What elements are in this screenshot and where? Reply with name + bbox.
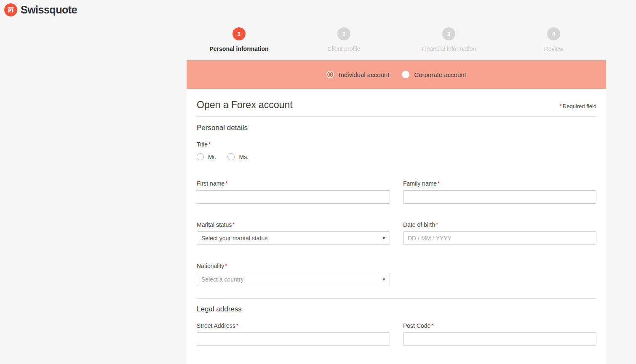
marital-status-field: Marital status* Select your marital stat… (197, 221, 390, 245)
personal-details-heading: Personal details (197, 124, 596, 132)
date-of-birth-field: Date of birth* (403, 221, 596, 245)
marital-status-selected-value: Select your marital status (201, 235, 267, 242)
required-asterisk: * (560, 103, 562, 109)
post-code-label: Post Code* (403, 322, 596, 329)
title-field: Title* Mr. Ms. (197, 141, 596, 160)
brand-name: Swissquote (21, 4, 77, 16)
required-note-text: Required field (563, 103, 596, 109)
first-name-label: First name* (197, 180, 390, 187)
brand-logo[interactable]: Swissquote (4, 3, 77, 16)
title-radio-group: Mr. Ms. (197, 153, 596, 160)
main-column: 1 Personal information 2 Client profile … (187, 19, 606, 364)
radio-unselected-icon (197, 153, 204, 160)
street-address-input[interactable] (197, 332, 390, 346)
step-number-badge: 1 (232, 27, 246, 40)
marital-status-label: Marital status* (197, 221, 390, 228)
section-divider (197, 298, 596, 299)
title-label: Title* (197, 141, 596, 148)
first-name-input[interactable] (197, 190, 390, 204)
family-name-label: Family name* (403, 180, 596, 187)
family-name-input[interactable] (403, 190, 596, 204)
required-asterisk: * (436, 222, 438, 228)
title-mr-radio[interactable]: Mr. (197, 153, 216, 160)
dropdown-arrow-icon: ▼ (382, 236, 386, 240)
individual-account-radio[interactable]: Individual account (326, 71, 389, 78)
step-label: Review (544, 45, 564, 52)
step-label: Client profile (328, 45, 361, 52)
nationality-label: Nationality* (197, 263, 390, 269)
street-address-field: Street Address* (197, 322, 390, 346)
required-asterisk: * (431, 323, 433, 329)
title-divider (197, 116, 596, 117)
date-of-birth-input[interactable] (403, 231, 596, 245)
step-client-profile[interactable]: 2 Client profile (291, 27, 396, 60)
post-code-field: Post Code* (403, 322, 596, 346)
step-label: Financial information (422, 45, 476, 52)
required-field-note: *Required field (559, 103, 596, 109)
step-number-badge: 4 (547, 27, 560, 40)
required-asterisk: * (208, 141, 211, 147)
step-number-badge: 3 (442, 27, 455, 40)
marital-status-select[interactable]: Select your marital status ▼ (197, 231, 390, 245)
stepper: 1 Personal information 2 Client profile … (187, 19, 606, 60)
date-of-birth-label: Date of birth* (403, 221, 596, 228)
required-asterisk: * (232, 222, 235, 228)
legal-address-heading: Legal address (197, 305, 596, 314)
corporate-account-radio[interactable]: Corporate account (402, 71, 466, 78)
radio-unselected-icon (227, 153, 235, 160)
family-name-field: Family name* (403, 180, 596, 204)
nationality-field: Nationality* Select a country ▼ (197, 263, 390, 286)
radio-selected-icon (326, 71, 334, 78)
step-review[interactable]: 4 Review (501, 27, 606, 60)
first-name-field: First name* (197, 180, 390, 204)
dropdown-arrow-icon: ▼ (382, 278, 386, 282)
radio-unselected-icon (402, 71, 409, 78)
street-address-label: Street Address* (197, 322, 390, 329)
step-financial-information[interactable]: 3 Financial information (396, 27, 501, 60)
corporate-account-label: Corporate account (414, 71, 466, 78)
account-type-banner: Individual account Corporate account (187, 60, 606, 89)
required-asterisk: * (225, 181, 227, 186)
individual-account-label: Individual account (339, 71, 389, 78)
step-label: Personal information (209, 45, 268, 52)
step-number-badge: 2 (337, 27, 350, 40)
nationality-selected-value: Select a country (201, 276, 243, 283)
required-asterisk: * (225, 263, 227, 269)
step-personal-information[interactable]: 1 Personal information (187, 27, 291, 60)
page-title: Open a Forex account (197, 99, 293, 111)
swissquote-logo-icon (4, 3, 17, 16)
title-ms-radio[interactable]: Ms. (227, 153, 249, 160)
form-card: Open a Forex account *Required field Per… (187, 89, 606, 364)
title-mr-label: Mr. (208, 154, 216, 160)
required-asterisk: * (438, 181, 440, 186)
title-ms-label: Ms. (239, 154, 249, 160)
post-code-input[interactable] (403, 332, 596, 346)
nationality-select[interactable]: Select a country ▼ (197, 273, 390, 286)
required-asterisk: * (236, 323, 238, 329)
